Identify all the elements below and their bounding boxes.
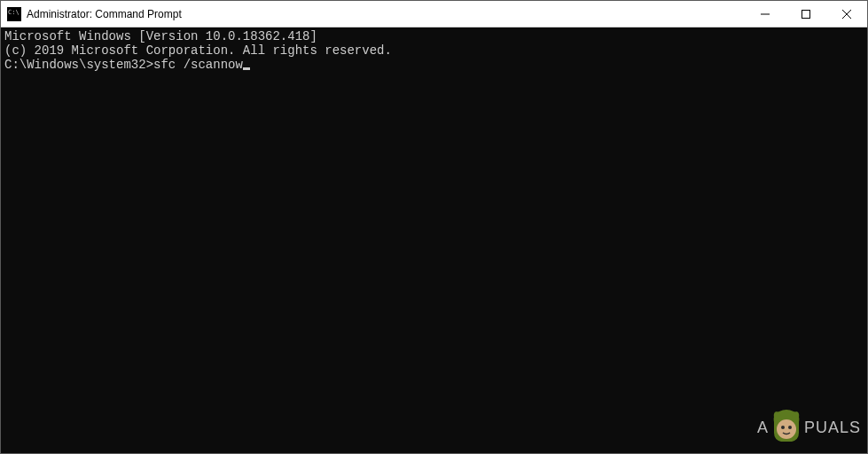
minimize-icon <box>761 10 770 19</box>
svg-point-4 <box>777 419 796 439</box>
terminal-area[interactable]: Microsoft Windows [Version 10.0.18362.41… <box>1 27 867 453</box>
minimize-button[interactable] <box>745 1 786 27</box>
prompt-path: C:\Windows\system32> <box>4 58 153 72</box>
watermark: A PUALS <box>757 406 863 449</box>
version-line: Microsoft Windows [Version 10.0.18362.41… <box>4 29 864 43</box>
cmd-icon <box>7 7 21 21</box>
prompt-line: C:\Windows\system32>sfc /scannow <box>4 58 864 72</box>
window-controls <box>745 1 867 27</box>
command-prompt-window: Administrator: Command Prompt Microsoft <box>0 0 868 454</box>
watermark-text-right: PUALS <box>804 419 861 437</box>
copyright-line: (c) 2019 Microsoft Corporation. All righ… <box>4 43 864 58</box>
svg-point-6 <box>788 426 792 429</box>
mascot-icon <box>765 406 808 449</box>
titlebar[interactable]: Administrator: Command Prompt <box>1 1 867 27</box>
maximize-icon <box>802 10 810 19</box>
window-title: Administrator: Command Prompt <box>27 8 745 20</box>
command-text: sfc /scannow <box>153 58 243 72</box>
close-icon <box>842 10 851 19</box>
maximize-button[interactable] <box>786 1 826 27</box>
svg-rect-1 <box>802 10 810 18</box>
cursor <box>243 67 250 70</box>
svg-point-5 <box>781 426 785 429</box>
close-button[interactable] <box>826 1 867 27</box>
